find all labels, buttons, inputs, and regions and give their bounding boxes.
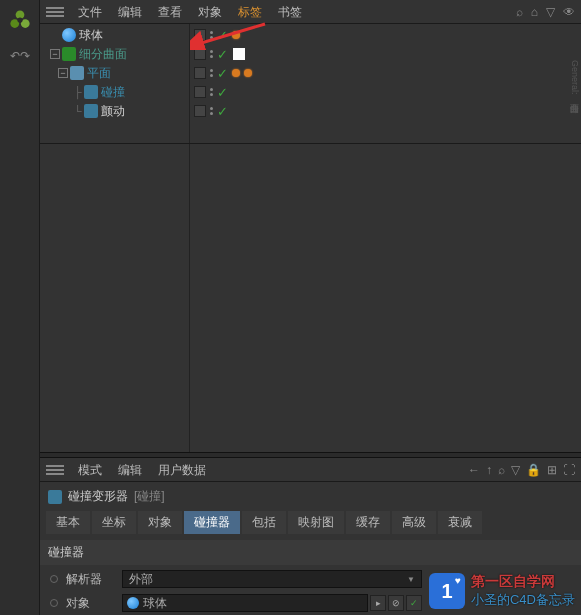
tab-collider[interactable]: 碰撞器 — [184, 511, 240, 534]
collapse-icon[interactable]: − — [50, 49, 60, 59]
nav-fwd-icon[interactable]: ↑ — [486, 463, 492, 477]
undo-redo-icon[interactable]: ↶↷ — [6, 46, 34, 66]
object-manager-menubar: 文件 编辑 查看 对象 标签 书签 ⌕ ⌂ ▽ 👁 — [40, 0, 581, 24]
sphere-icon — [62, 28, 76, 42]
pick-object-button[interactable]: ▸ — [370, 595, 386, 611]
tab-object[interactable]: 对象 — [138, 511, 182, 534]
tag-row[interactable]: ✓ — [190, 45, 581, 63]
enable-check-icon[interactable]: ✓ — [217, 85, 228, 100]
tree-item-collision[interactable]: ├ 碰撞 — [40, 83, 189, 101]
search-icon[interactable]: ⌕ — [516, 5, 523, 19]
menu-tags[interactable]: 标签 — [230, 0, 270, 24]
texture-tag-icon[interactable] — [232, 47, 246, 61]
menu-edit[interactable]: 编辑 — [110, 0, 150, 24]
filter-icon[interactable]: ▽ — [546, 5, 555, 19]
menu-mode[interactable]: 模式 — [70, 458, 110, 482]
layer-box[interactable] — [194, 67, 206, 79]
prop-label: 对象 — [66, 595, 114, 612]
object-title: 碰撞变形器 [碰撞] — [40, 482, 581, 511]
anim-dot-icon[interactable] — [50, 575, 58, 583]
dynamics-tag-icon[interactable] — [232, 31, 240, 39]
attribute-menubar: 模式 编辑 用户数据 ← ↑ ⌕ ▽ 🔒 ⊞ ⛶ — [40, 458, 581, 482]
dynamics-tag-icon[interactable] — [232, 69, 240, 77]
object-label: 细分曲面 — [79, 46, 127, 63]
tab-advanced[interactable]: 高级 — [392, 511, 436, 534]
collision-deformer-icon — [48, 490, 62, 504]
visibility-dots[interactable] — [210, 69, 213, 77]
tree-item-sds[interactable]: − 细分曲面 — [40, 45, 189, 63]
object-link-field[interactable]: 球体 — [122, 594, 368, 612]
tab-basic[interactable]: 基本 — [46, 511, 90, 534]
visibility-dots[interactable] — [210, 50, 213, 58]
object-label: 球体 — [79, 27, 103, 44]
collapse-icon[interactable]: − — [58, 68, 68, 78]
object-label: 平面 — [87, 65, 111, 82]
visibility-dots[interactable] — [210, 107, 213, 115]
plane-icon — [70, 66, 84, 80]
tab-include[interactable]: 包括 — [242, 511, 286, 534]
menu-objects[interactable]: 对象 — [190, 0, 230, 24]
prop-resolver: 解析器 外部 ▼ — [40, 567, 581, 591]
maximize-icon[interactable]: ⛶ — [563, 463, 575, 477]
home-icon[interactable]: ⌂ — [531, 5, 538, 19]
prop-label: 解析器 — [66, 571, 114, 588]
enable-check-icon[interactable]: ✓ — [217, 104, 228, 119]
layer-box[interactable] — [194, 105, 206, 117]
section-header: 碰撞器 — [40, 540, 581, 565]
tab-maps[interactable]: 映射图 — [288, 511, 344, 534]
collision-icon — [84, 85, 98, 99]
layer-box[interactable] — [194, 29, 206, 41]
layer-box[interactable] — [194, 86, 206, 98]
title-bracket: [碰撞] — [134, 488, 165, 505]
tab-falloff[interactable]: 衰减 — [438, 511, 482, 534]
menu-userdata[interactable]: 用户数据 — [150, 458, 214, 482]
lock-icon[interactable]: 🔒 — [526, 463, 541, 477]
tab-coord[interactable]: 坐标 — [92, 511, 136, 534]
object-label: 碰撞 — [101, 84, 125, 101]
menu-bookmarks[interactable]: 书签 — [270, 0, 310, 24]
app-logo — [4, 4, 36, 36]
sds-icon — [62, 47, 76, 61]
resolver-dropdown[interactable]: 外部 ▼ — [122, 570, 422, 588]
link-value: 球体 — [143, 595, 167, 612]
tree-item-jiggle[interactable]: └ 颤动 — [40, 102, 189, 120]
tag-row[interactable]: ✓ — [190, 64, 581, 82]
visibility-dots[interactable] — [210, 31, 213, 39]
filter-icon[interactable]: ▽ — [511, 463, 520, 477]
tab-cache[interactable]: 缓存 — [346, 511, 390, 534]
attribute-manager: 模式 编辑 用户数据 ← ↑ ⌕ ▽ 🔒 ⊞ ⛶ 碰撞变形器 [碰撞] — [40, 458, 581, 615]
hamburger-icon[interactable] — [46, 465, 64, 475]
new-window-icon[interactable]: ⊞ — [547, 463, 557, 477]
dynamics-tag-icon[interactable] — [244, 69, 252, 77]
tag-row[interactable]: ✓ — [190, 26, 581, 44]
svg-point-3 — [17, 17, 22, 22]
eye-icon[interactable]: 👁 — [563, 5, 575, 19]
sphere-icon — [127, 597, 139, 609]
tree-item-plane[interactable]: − 平面 — [40, 64, 189, 82]
menu-file[interactable]: 文件 — [70, 0, 110, 24]
jiggle-icon — [84, 104, 98, 118]
empty-tree-area — [40, 144, 581, 452]
attribute-tabs: 基本 坐标 对象 碰撞器 包括 映射图 缓存 高级 衰减 — [40, 511, 581, 538]
side-caption: General: 细分曲面 — [568, 60, 581, 97]
visibility-dots[interactable] — [210, 88, 213, 96]
nav-back-icon[interactable]: ← — [468, 463, 480, 477]
hamburger-icon[interactable] — [46, 7, 64, 17]
anim-dot-icon[interactable] — [50, 599, 58, 607]
enable-check-icon[interactable]: ✓ — [217, 66, 228, 81]
object-tree: 球体 − 细分曲面 − 平面 ├ 碰撞 └ — [40, 24, 581, 144]
dropdown-value: 外部 — [129, 571, 153, 588]
enable-check-icon[interactable]: ✓ — [217, 28, 228, 43]
layer-box[interactable] — [194, 48, 206, 60]
search-icon[interactable]: ⌕ — [498, 463, 505, 477]
prop-object-link: 对象 球体 ▸ ⊘ ✓ — [40, 591, 581, 615]
chevron-down-icon: ▼ — [407, 575, 415, 584]
tag-row[interactable]: ✓ — [190, 83, 581, 101]
tag-row[interactable]: ✓ — [190, 102, 581, 120]
clear-object-button[interactable]: ⊘ — [388, 595, 404, 611]
menu-edit[interactable]: 编辑 — [110, 458, 150, 482]
tree-item-sphere[interactable]: 球体 — [40, 26, 189, 44]
enable-check-icon[interactable]: ✓ — [217, 47, 228, 62]
confirm-button[interactable]: ✓ — [406, 595, 422, 611]
menu-view[interactable]: 查看 — [150, 0, 190, 24]
